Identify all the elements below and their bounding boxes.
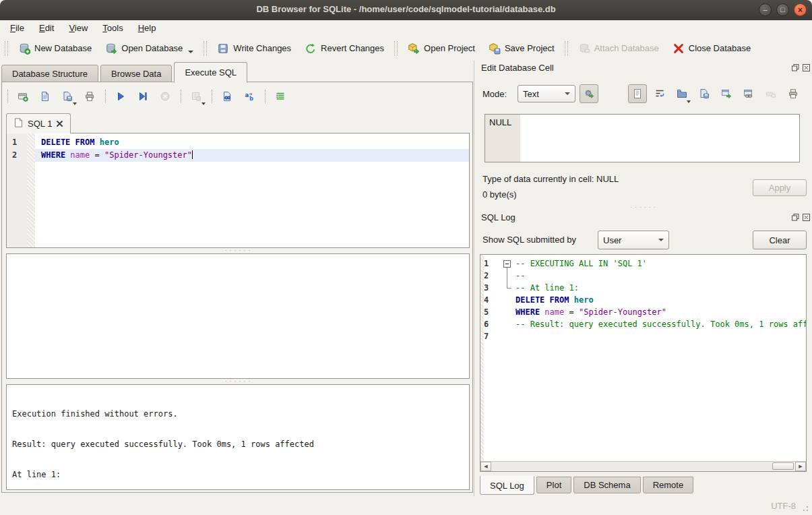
save-data-icon[interactable] bbox=[696, 85, 712, 102]
format-sql-icon[interactable] bbox=[272, 88, 289, 104]
tab-db-schema[interactable]: DB Schema bbox=[573, 477, 640, 493]
query-results-pane[interactable] bbox=[6, 253, 470, 379]
splitter-handle[interactable] bbox=[474, 205, 812, 210]
line-number: 5 bbox=[484, 306, 500, 318]
menu-tools[interactable]: Tools bbox=[95, 21, 130, 35]
log-filter-label: Show SQL submitted by bbox=[482, 235, 576, 245]
scroll-right-icon[interactable]: ▶ bbox=[795, 462, 806, 471]
replace-in-sql-icon[interactable]: ab bbox=[241, 88, 258, 104]
log-filter-select[interactable]: User bbox=[598, 231, 669, 249]
word-wrap-icon[interactable] bbox=[652, 85, 668, 102]
sql-document-tab[interactable]: SQL 1 bbox=[6, 113, 71, 133]
save-project-button[interactable]: Save Project bbox=[482, 40, 561, 57]
menu-help[interactable]: Help bbox=[131, 21, 164, 35]
tab-execute-sql[interactable]: Execute SQL bbox=[174, 62, 247, 83]
cell-value: NULL bbox=[489, 117, 511, 127]
editor-line: 2 WHERE name = "Spider-Youngster" bbox=[7, 149, 469, 162]
execute-sql-panel: ab SQL 1 1 DELETE FROM hero 2 WHERE name… bbox=[1, 82, 473, 493]
titlebar[interactable]: DB Browser for SQLite - /home/user/code/… bbox=[0, 0, 812, 20]
open-sql-file-icon[interactable] bbox=[36, 88, 54, 104]
scrollbar-thumb[interactable] bbox=[772, 462, 794, 470]
minimize-button[interactable]: – bbox=[759, 3, 772, 16]
toolbar-separator bbox=[105, 90, 106, 103]
menubar: File Edit View Tools Help bbox=[0, 20, 812, 36]
line-number: 7 bbox=[484, 330, 500, 342]
revert-changes-button[interactable]: Revert Changes bbox=[298, 40, 391, 57]
float-panel-icon[interactable] bbox=[791, 63, 800, 72]
print-cell-icon[interactable] bbox=[785, 85, 801, 102]
close-tab-icon[interactable] bbox=[57, 119, 63, 129]
code-line-current: WHERE name = "Spider-Youngster" bbox=[35, 149, 469, 162]
text-mode-button[interactable] bbox=[628, 84, 647, 103]
tab-browse-data[interactable]: Browse Data bbox=[100, 65, 172, 82]
attach-database-icon bbox=[578, 42, 590, 55]
write-changes-label: Write Changes bbox=[233, 43, 291, 53]
tab-plot[interactable]: Plot bbox=[536, 477, 571, 493]
save-project-icon bbox=[489, 42, 501, 55]
execution-message-pane[interactable]: Execution finished without errors. Resul… bbox=[6, 384, 470, 490]
menu-view[interactable]: View bbox=[61, 21, 95, 35]
window-controls: – □ × bbox=[759, 3, 807, 16]
log-text: -- bbox=[516, 270, 806, 282]
scroll-left-icon[interactable]: ◀ bbox=[480, 462, 491, 471]
horizontal-scrollbar[interactable]: ◀ ▶ bbox=[480, 461, 806, 471]
save-results-icon bbox=[187, 88, 205, 104]
close-panel-icon[interactable] bbox=[802, 63, 811, 72]
chevron-down-icon bbox=[658, 239, 664, 241]
toolbar-separator bbox=[181, 90, 181, 103]
menu-edit[interactable]: Edit bbox=[32, 21, 61, 35]
write-changes-button[interactable]: Write Changes bbox=[210, 40, 298, 57]
save-sql-file-icon[interactable] bbox=[59, 88, 76, 104]
close-database-icon bbox=[673, 42, 685, 55]
scrollbar-track[interactable] bbox=[491, 462, 795, 471]
sql-log-view[interactable]: 1 -- EXECUTING ALL IN 'SQL 1' 2 -- 3 -- … bbox=[480, 254, 807, 472]
open-database-dropdown-icon[interactable] bbox=[188, 51, 193, 53]
close-panel-icon[interactable] bbox=[802, 213, 811, 222]
open-database-button[interactable]: Open Database bbox=[98, 40, 200, 57]
edit-cell-title: Edit Database Cell bbox=[481, 63, 554, 73]
menu-file[interactable]: File bbox=[3, 21, 32, 35]
log-text: -- Result: query executed successfully. … bbox=[516, 318, 806, 330]
line-number: 2 bbox=[7, 149, 27, 162]
splitter-handle[interactable] bbox=[6, 248, 470, 253]
execute-all-icon[interactable] bbox=[112, 88, 129, 104]
apply-button: Apply bbox=[753, 179, 807, 196]
right-dock: Edit Database Cell Mode: Text NULL Type … bbox=[474, 61, 812, 496]
cell-value-editor[interactable]: NULL bbox=[485, 114, 800, 162]
log-line: 5 WHERE name = "Spider-Youngster" bbox=[480, 306, 806, 318]
clear-log-button[interactable]: Clear bbox=[753, 231, 807, 249]
new-database-button[interactable]: New Database bbox=[11, 40, 98, 57]
print-sql-icon[interactable] bbox=[81, 88, 98, 104]
sql-editor[interactable]: 1 DELETE FROM hero 2 WHERE name = "Spide… bbox=[6, 133, 470, 248]
toolbar-separator bbox=[212, 90, 212, 103]
new-database-label: New Database bbox=[34, 43, 92, 53]
close-button[interactable]: × bbox=[794, 3, 807, 16]
resize-grip[interactable] bbox=[802, 505, 809, 512]
new-sql-tab-icon[interactable] bbox=[14, 88, 32, 104]
save-sql-dropdown-icon[interactable] bbox=[73, 102, 77, 105]
copy-link-icon[interactable] bbox=[741, 85, 757, 102]
import-data-icon[interactable] bbox=[674, 85, 690, 102]
find-in-sql-icon[interactable] bbox=[218, 88, 236, 104]
toolbar-drag-handle[interactable] bbox=[5, 41, 8, 56]
import-dropdown-icon[interactable] bbox=[687, 100, 691, 103]
auto-switch-mode-button[interactable] bbox=[580, 84, 598, 103]
float-panel-icon[interactable] bbox=[791, 213, 800, 222]
tab-sql-log[interactable]: SQL Log bbox=[480, 476, 534, 495]
toolbar-separator bbox=[394, 41, 398, 56]
tab-database-structure[interactable]: Database Structure bbox=[1, 65, 98, 82]
main-toolbar: New Database Open Database Write Changes… bbox=[0, 36, 812, 61]
splitter-handle[interactable] bbox=[6, 379, 470, 384]
write-changes-icon bbox=[217, 42, 229, 55]
mode-select[interactable]: Text bbox=[518, 85, 575, 102]
close-database-button[interactable]: Close Database bbox=[666, 40, 758, 57]
execute-current-line-icon[interactable] bbox=[134, 88, 152, 104]
fold-marker-collapse-icon[interactable] bbox=[502, 258, 513, 270]
log-line: 6 -- Result: query executed successfully… bbox=[480, 318, 806, 330]
open-in-app-icon[interactable] bbox=[718, 85, 735, 102]
open-project-button[interactable]: Open Project bbox=[401, 40, 482, 57]
line-number: 2 bbox=[484, 270, 500, 282]
tab-remote[interactable]: Remote bbox=[643, 477, 694, 493]
maximize-button[interactable]: □ bbox=[776, 3, 789, 16]
stop-execution-icon bbox=[156, 88, 174, 104]
